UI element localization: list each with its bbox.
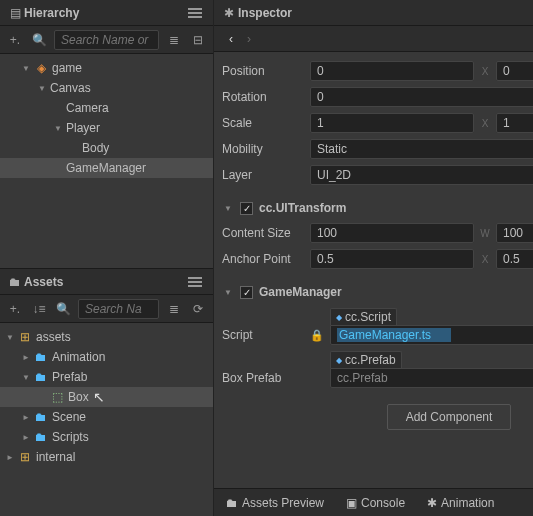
spacer xyxy=(36,391,48,403)
assets-node-box[interactable]: ⬚ Box ↖ xyxy=(0,387,213,407)
folder-icon: 🖿 xyxy=(34,350,48,364)
assets-node-scene[interactable]: 🖿 Scene xyxy=(0,407,213,427)
folder-icon: 🖿 xyxy=(34,370,48,384)
bottom-tabs: 🖿 Assets Preview ▣ Console ✱ Animation xyxy=(214,488,533,516)
lock-icon: 🔒 xyxy=(310,329,324,345)
add-component-button[interactable]: Add Component xyxy=(387,404,512,430)
hierarchy-node-camera[interactable]: Camera xyxy=(0,98,213,118)
folder-icon: 🖿 xyxy=(34,410,48,424)
hierarchy-menu-icon[interactable] xyxy=(185,5,205,21)
list-mode-icon[interactable]: ≣ xyxy=(165,300,183,318)
node-label: Player xyxy=(66,121,100,135)
node-label: Animation xyxy=(52,350,105,364)
hierarchy-node-player[interactable]: Player xyxy=(0,118,213,138)
script-type-tag: ◆cc.Script xyxy=(330,308,397,325)
uitransform-title: cc.UITransform xyxy=(259,201,533,215)
node-label: internal xyxy=(36,450,75,464)
assets-search-input[interactable] xyxy=(78,299,159,319)
boxprefab-reference-field[interactable]: cc.Prefab ↗ xyxy=(330,368,533,388)
db-icon: ⊞ xyxy=(18,330,32,344)
gamemanager-enable-checkbox[interactable] xyxy=(240,286,253,299)
tab-label: Assets Preview xyxy=(242,496,324,510)
refresh-icon[interactable]: ⟳ xyxy=(189,300,207,318)
expand-icon[interactable] xyxy=(20,351,32,363)
spacer xyxy=(52,102,64,114)
list-mode-icon[interactable]: ≣ xyxy=(165,31,183,49)
tab-console[interactable]: ▣ Console xyxy=(340,492,411,514)
expand-icon[interactable] xyxy=(20,371,32,383)
inspector-title: Inspector xyxy=(238,6,533,20)
hierarchy-search-input[interactable] xyxy=(54,30,159,50)
anchor-x-input[interactable] xyxy=(310,249,474,269)
gamemanager-title: GameManager xyxy=(259,285,533,299)
rotation-z-input[interactable] xyxy=(310,87,533,107)
add-asset-button[interactable]: +. xyxy=(6,300,24,318)
layer-select[interactable]: UI_2D ▾ xyxy=(310,165,533,185)
rotation-label: Rotation xyxy=(222,90,304,104)
assets-menu-icon[interactable] xyxy=(185,274,205,290)
scale-y-input[interactable] xyxy=(496,113,533,133)
inspector-panel: ✱ Inspector ‹ › 📌 Position X Y Rotation … xyxy=(214,0,533,516)
hierarchy-title-icon: ▤ xyxy=(8,6,22,20)
expand-icon[interactable] xyxy=(4,331,16,343)
layer-value: UI_2D xyxy=(317,168,351,182)
expand-icon[interactable] xyxy=(20,62,32,74)
history-back-button[interactable]: ‹ xyxy=(222,30,240,48)
expand-icon[interactable] xyxy=(52,122,64,134)
hierarchy-title: Hierarchy xyxy=(24,6,185,20)
boxprefab-label: Box Prefab xyxy=(222,371,304,388)
mobility-select[interactable]: Static ▾ xyxy=(310,139,533,159)
boxprefab-value: cc.Prefab xyxy=(337,371,388,385)
position-y-input[interactable] xyxy=(496,61,533,81)
uitransform-enable-checkbox[interactable] xyxy=(240,202,253,215)
spacer xyxy=(68,142,80,154)
node-label: Camera xyxy=(66,101,109,115)
expand-icon[interactable] xyxy=(36,82,48,94)
script-label: Script xyxy=(222,328,304,345)
node-label: Body xyxy=(82,141,109,155)
assets-node-internal[interactable]: ⊞ internal xyxy=(0,447,213,467)
scene-icon: ◈ xyxy=(34,61,48,75)
collapse-all-icon[interactable]: ⊟ xyxy=(189,31,207,49)
history-forward-button[interactable]: › xyxy=(240,30,258,48)
expand-icon[interactable] xyxy=(20,411,32,423)
position-x-input[interactable] xyxy=(310,61,474,81)
scale-label: Scale xyxy=(222,116,304,130)
content-h-input[interactable] xyxy=(496,223,533,243)
assets-title: Assets xyxy=(24,275,185,289)
assets-node-animation[interactable]: 🖿 Animation xyxy=(0,347,213,367)
animation-icon: ✱ xyxy=(427,496,437,510)
search-icon: 🔍 xyxy=(30,31,48,49)
section-expand-icon[interactable] xyxy=(222,202,234,214)
expand-icon[interactable] xyxy=(20,431,32,443)
axis-x-label: X xyxy=(480,66,490,77)
add-component-label: Add Component xyxy=(406,410,493,424)
assets-node-assets[interactable]: ⊞ assets xyxy=(0,327,213,347)
hierarchy-node-body[interactable]: Body xyxy=(0,138,213,158)
layer-label: Layer xyxy=(222,168,304,182)
anchor-y-input[interactable] xyxy=(496,249,533,269)
axis-x-label: X xyxy=(480,254,490,265)
script-reference-field[interactable]: GameManager.ts ↗ xyxy=(330,325,533,345)
assets-node-prefab[interactable]: 🖿 Prefab xyxy=(0,367,213,387)
scale-x-input[interactable] xyxy=(310,113,474,133)
assets-panel: 🖿 Assets +. ↓≡ 🔍 ≣ ⟳ ⊞ assets 🖿 Animatio… xyxy=(0,268,213,516)
expand-icon[interactable] xyxy=(4,451,16,463)
mobility-value: Static xyxy=(317,142,347,156)
node-label: Prefab xyxy=(52,370,87,384)
tab-animation[interactable]: ✱ Animation xyxy=(421,492,500,514)
tab-assets-preview[interactable]: 🖿 Assets Preview xyxy=(220,492,330,514)
hierarchy-node-gamemanager[interactable]: GameManager xyxy=(0,158,213,178)
sort-icon[interactable]: ↓≡ xyxy=(30,300,48,318)
axis-x-label: X xyxy=(480,118,490,129)
section-expand-icon[interactable] xyxy=(222,286,234,298)
anchor-label: Anchor Point xyxy=(222,252,304,266)
position-label: Position xyxy=(222,64,304,78)
hierarchy-node-game[interactable]: ◈ game xyxy=(0,58,213,78)
add-node-button[interactable]: +. xyxy=(6,31,24,49)
node-label: Canvas xyxy=(50,81,91,95)
spacer xyxy=(52,162,64,174)
assets-node-scripts[interactable]: 🖿 Scripts xyxy=(0,427,213,447)
hierarchy-node-canvas[interactable]: Canvas xyxy=(0,78,213,98)
content-w-input[interactable] xyxy=(310,223,474,243)
